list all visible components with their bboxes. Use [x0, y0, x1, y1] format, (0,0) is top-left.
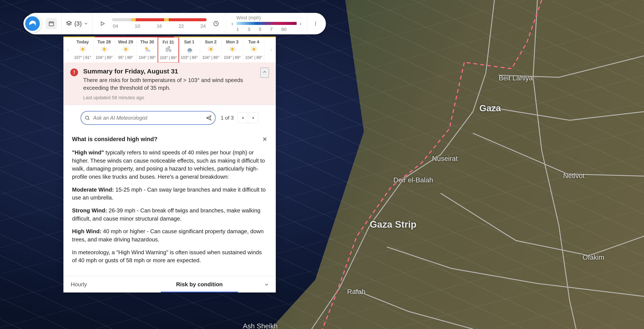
pager-label: 1 of 3 — [221, 115, 234, 121]
weather-icon — [208, 46, 214, 54]
day-card[interactable]: Sun 2 104° | 89° — [200, 37, 222, 62]
weather-icon — [250, 46, 257, 54]
tabs-expand[interactable] — [264, 276, 276, 293]
day-temps: 103° | 89° — [160, 56, 177, 60]
svg-point-6 — [103, 48, 105, 50]
summary-updated: Last updated 58 minutes ago — [83, 95, 255, 100]
day-label: Sat 1 — [184, 39, 194, 44]
svg-point-3 — [315, 23, 316, 24]
day-temps: 104° | 89° — [202, 55, 219, 60]
ask-field[interactable] — [80, 111, 216, 125]
article-close[interactable]: ✕ — [262, 136, 267, 143]
map-place-label: Netivot — [563, 172, 585, 180]
day-card[interactable]: Mon 3 104° | 89° — [222, 37, 243, 62]
svg-point-11 — [252, 48, 255, 50]
tab-hourly[interactable]: Hourly — [64, 276, 135, 293]
map-place-label: Ash Sheikh — [243, 322, 278, 329]
windscale-tick: 7 — [270, 27, 272, 32]
bottom-tabs: Hourly Risk by condition — [64, 276, 276, 293]
article-body: What is considered high wind? ✕ "High wi… — [64, 131, 276, 276]
map-place-label: Nuseirat — [432, 155, 458, 163]
ask-row: 1 of 3 — [64, 105, 276, 131]
windscale-tick: 3 — [248, 27, 250, 32]
weather-icon — [186, 46, 193, 54]
day-temps: 104° | 89° — [96, 55, 113, 60]
app-logo[interactable] — [24, 14, 42, 33]
day-label: Thu 30 — [140, 39, 154, 44]
ask-input[interactable] — [90, 115, 206, 121]
article-footer: In meteorology, a "High Wind Warning" is… — [72, 249, 267, 265]
day-temps: 95° | 89° — [118, 55, 133, 60]
svg-point-4 — [315, 25, 316, 25]
timeline-tick: 16 — [157, 23, 162, 29]
svg-point-5 — [82, 48, 84, 50]
article-intro-bold: "High wind" — [72, 149, 104, 156]
scale-next[interactable]: › — [299, 20, 302, 27]
layers-count: (3) — [74, 20, 82, 27]
windscale-tick: 1 — [236, 27, 239, 32]
day-strip: Today 107° | 81°Tue 28 104° | 89°Wed 29 … — [72, 37, 267, 62]
summary-text: There are risks for both temperatures of… — [83, 76, 255, 92]
clock-button[interactable] — [210, 18, 222, 29]
day-card[interactable]: Tue 28 104° | 89° — [94, 37, 115, 62]
day-label: Sun 2 — [205, 39, 216, 44]
svg-point-9 — [210, 48, 212, 50]
search-icon — [84, 115, 90, 121]
map-place-label: Beit Lahiya — [499, 74, 533, 82]
svg-rect-0 — [49, 22, 54, 26]
map-place-label: Rafah — [347, 288, 366, 296]
timeline-tick: 04 — [113, 23, 118, 29]
wind-scale: Wind (mph) 135790 — [234, 15, 299, 32]
day-temps: 104° | 89° — [224, 55, 241, 60]
svg-point-7 — [124, 48, 127, 50]
wind-scale-title: Wind (mph) — [236, 15, 297, 21]
svg-point-10 — [231, 48, 234, 50]
forecast-panel: ‹ Today 107° | 81°Tue 28 104° | 89°Wed 2… — [64, 36, 276, 293]
daystrip-next[interactable]: › — [267, 39, 276, 61]
day-label: Fri 31 — [162, 40, 174, 45]
tab-risk[interactable]: Risk by condition — [135, 276, 264, 293]
day-label: Mon 3 — [226, 39, 238, 44]
play-button[interactable] — [97, 18, 108, 29]
layers-button[interactable]: (3) — [66, 20, 88, 27]
timeline-tick: 24 — [200, 23, 206, 29]
map-place-label: Deir el-Balah — [393, 176, 433, 184]
day-label: Wed 29 — [118, 39, 133, 44]
day-label: Tue 28 — [98, 39, 111, 44]
windscale-tick: 5 — [259, 27, 262, 32]
svg-point-12 — [85, 116, 88, 119]
day-card[interactable]: Wed 29 95° | 89° — [115, 37, 136, 62]
chevron-down-icon — [84, 21, 88, 26]
summary-box: ! Summary for Friday, August 31 There ar… — [64, 62, 276, 105]
alert-icon: ! — [70, 68, 78, 76]
send-icon[interactable] — [206, 115, 212, 121]
calendar-button[interactable] — [46, 18, 57, 29]
pager-prev[interactable] — [238, 113, 248, 123]
more-menu[interactable] — [311, 19, 320, 28]
pager-next[interactable] — [248, 113, 258, 123]
summary-collapse[interactable] — [260, 68, 269, 78]
timeline-slider[interactable]: 0410162224 — [112, 18, 206, 29]
map-place-label: Gaza — [479, 103, 501, 113]
day-card[interactable]: Fri 31 103° | 89° — [158, 37, 179, 62]
day-temps: 103° | 89° — [181, 55, 198, 60]
article-strong-label: Strong Wind: — [72, 207, 107, 214]
timeline-tick: 22 — [179, 23, 184, 29]
day-card[interactable]: Sat 1 103° | 89° — [179, 37, 200, 62]
weather-icon — [144, 46, 151, 54]
day-card[interactable]: Today 107° | 81° — [72, 37, 94, 62]
article-high-label: High Wind: — [72, 228, 102, 235]
day-card[interactable]: Tue 4 104° | 89° — [243, 37, 264, 62]
summary-title: Summary for Friday, August 31 — [83, 68, 255, 75]
weather-icon — [122, 46, 129, 54]
map-place-label: Gaza Strip — [370, 219, 416, 230]
chevron-up-icon — [262, 69, 267, 74]
daystrip-prev[interactable]: ‹ — [64, 39, 72, 61]
day-label: Tue 4 — [248, 39, 259, 44]
day-card[interactable]: Thu 30 104° | 89° — [136, 37, 158, 62]
weather-icon — [229, 46, 236, 54]
day-temps: 104° | 89° — [139, 55, 156, 60]
map-place-label: Ofakim — [582, 253, 604, 261]
timeline-tick: 10 — [135, 23, 140, 29]
scale-prev[interactable]: ‹ — [230, 20, 234, 27]
